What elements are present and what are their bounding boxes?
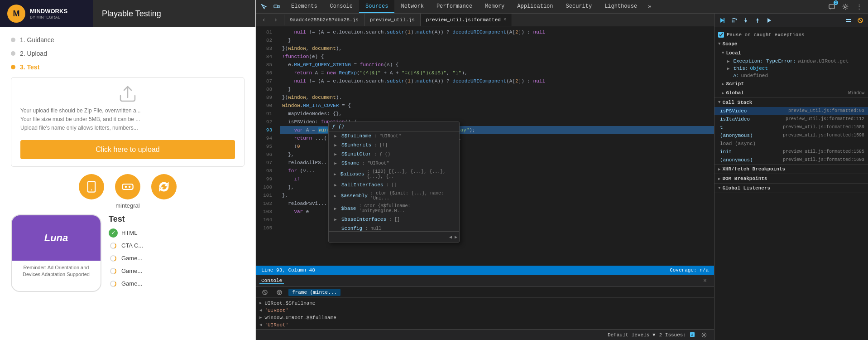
pause-caught-checkbox[interactable] xyxy=(718,32,724,38)
autocomplete-popup[interactable]: ƒ () ▶ $$fullname : "UIRoot" ▶ $$inherit… xyxy=(328,121,460,243)
source-forward-icon[interactable]: › xyxy=(270,15,281,25)
console-close-icon[interactable]: × xyxy=(700,276,710,287)
console-frame-selector[interactable]: frame (minte... xyxy=(288,289,340,296)
step-out-btn[interactable] xyxy=(753,15,762,25)
ac-item-name[interactable]: ▶ $$name : "UIRoot" xyxy=(329,159,459,168)
chat-badge-icon[interactable]: 2 xyxy=(826,1,837,12)
vr-icon[interactable] xyxy=(115,174,140,199)
ac-item-allinterfaces[interactable]: ▶ $allInterfaces : [] xyxy=(329,180,459,189)
ac-item-baseinterfaces[interactable]: ▶ $baseInterfaces : [] xyxy=(329,215,459,224)
edit-breakpoints-btn[interactable] xyxy=(844,15,854,25)
step-3[interactable]: 3. Test xyxy=(11,63,245,71)
file-tab-0[interactable]: 9aadc4e255b2e57dba28.js xyxy=(284,14,364,26)
phone-icon[interactable] xyxy=(79,174,104,199)
upload-button[interactable]: Click here to upload xyxy=(20,140,235,159)
check-loading-icon-1 xyxy=(109,241,118,250)
more-tabs-button[interactable]: » xyxy=(643,0,656,13)
step-2-dot xyxy=(11,51,15,56)
svg-point-12 xyxy=(844,6,846,8)
step-btn[interactable] xyxy=(764,15,774,25)
tab-memory[interactable]: Memory xyxy=(479,0,511,13)
deactivate-breakpoints-btn[interactable] xyxy=(855,15,865,25)
tab-application[interactable]: Application xyxy=(511,0,559,13)
upload-icon-area xyxy=(20,85,235,103)
console-filter-icon[interactable] xyxy=(274,287,285,298)
refresh-svg-icon xyxy=(158,180,170,193)
console-clear-icon[interactable] xyxy=(259,287,270,298)
tab-lighthouse[interactable]: Lighthouse xyxy=(598,0,643,13)
refresh-icon[interactable] xyxy=(151,174,177,199)
tab-performance[interactable]: Performance xyxy=(430,0,479,13)
call-stack-file-5: preview_util.js:formatted:1603 xyxy=(783,157,864,163)
brand-label: mintegral xyxy=(11,202,245,209)
global-listeners-header[interactable]: ▼ Global Listeners xyxy=(715,184,868,193)
ac-item-assembly[interactable]: ▶ $assembly : ctor {$init: {...}, name: … xyxy=(329,189,459,202)
ac-item-base[interactable]: ▶ $base : ctor {$$fullname: 'UnityEngine… xyxy=(329,202,459,215)
step-into-btn[interactable] xyxy=(741,15,751,25)
ac-item-initctor[interactable]: ▶ $$initCtor : ƒ () xyxy=(329,150,459,159)
console-text-3: 'UIRoot' xyxy=(264,322,288,328)
code-line-84: !function(e) { xyxy=(280,53,714,61)
step-over-btn[interactable] xyxy=(729,15,739,25)
line-num-105: 105 xyxy=(256,224,272,232)
dom-header[interactable]: ▶ DOM Breakpoints xyxy=(715,174,868,183)
call-stack-item-3[interactable]: (anonymous) preview_util.js:formatted:15… xyxy=(715,131,868,140)
step-2[interactable]: 2. Upload xyxy=(11,50,245,57)
call-stack-fn-5: (anonymous) xyxy=(720,157,753,163)
tab-security[interactable]: Security xyxy=(560,0,599,13)
device-toolbar-icon[interactable] xyxy=(271,1,282,12)
script-scope-header[interactable]: ▶ Script xyxy=(715,79,868,88)
call-stack-item-5[interactable]: (anonymous) preview_util.js:formatted:16… xyxy=(715,156,868,164)
tab-network[interactable]: Network xyxy=(394,0,430,13)
call-stack-item-async[interactable]: load (async) xyxy=(715,140,868,148)
ac-item-inherits[interactable]: ▶ $$inherits : [f] xyxy=(329,141,459,150)
scope-exception[interactable]: ▶ Exception: TypeError: window.UIRoot.ge… xyxy=(715,58,868,65)
console-tab-main[interactable]: Console xyxy=(259,278,284,284)
inspect-icon[interactable] xyxy=(259,1,269,12)
call-stack-header[interactable]: ▼ Call Stack xyxy=(715,98,868,107)
scope-this[interactable]: ▶ this: Object xyxy=(715,65,868,72)
file-tab-close[interactable]: × xyxy=(504,17,506,22)
file-tab-1[interactable]: preview_util.js xyxy=(364,14,421,26)
local-scope-header[interactable]: ▼ Local xyxy=(715,49,868,58)
step-3-label: 3. Test xyxy=(20,63,39,71)
console-arrow-3: ◀ xyxy=(259,322,262,327)
checklist-item-4: Game... xyxy=(109,279,245,288)
resume-btn[interactable] xyxy=(717,15,727,25)
devtools-topbar: Elements Console Sources Network Perform… xyxy=(256,0,868,14)
file-tab-2[interactable]: preview_util.js:formatted × xyxy=(421,14,512,26)
call-stack-file-0: preview_util.js:formatted:93 xyxy=(788,108,864,114)
call-stack-item-4[interactable]: init preview_util.js:formatted:1585 xyxy=(715,148,868,156)
xhr-header[interactable]: ▶ XHR/fetch Breakpoints xyxy=(715,165,868,174)
call-stack-item-1[interactable]: isItaVideo preview_util.js:formatted:112 xyxy=(715,115,868,123)
check-loading-icon-3 xyxy=(109,267,118,276)
bottom-settings-icon[interactable] xyxy=(699,330,710,340)
tab-sources[interactable]: Sources xyxy=(359,0,394,13)
tab-console[interactable]: Console xyxy=(324,0,359,13)
more-options-icon[interactable]: ⋮ xyxy=(854,1,864,12)
console-arrow-1: ◀ xyxy=(259,308,262,313)
settings-icon[interactable] xyxy=(840,1,851,12)
svg-rect-23 xyxy=(724,18,724,23)
ac-item-config[interactable]: $config : null xyxy=(329,224,459,231)
source-back-icon[interactable]: ‹ xyxy=(259,15,269,25)
call-stack-item-0[interactable]: isPSVideo preview_util.js:formatted:93 xyxy=(715,107,868,115)
ac-item-fullname[interactable]: ▶ $$fullname : "UIRoot" xyxy=(329,131,459,141)
default-levels-btn[interactable]: Default levels ▼ xyxy=(608,332,656,338)
global-scope-header[interactable]: ▶ Global Window xyxy=(715,88,868,97)
call-stack-item-2[interactable]: t preview_util.js:formatted:1589 xyxy=(715,123,868,131)
ac-item-aliases[interactable]: ▶ $aliases : (120) [{...}, {...}, {...},… xyxy=(329,168,459,180)
scope-section-header[interactable]: ▼ Scope xyxy=(715,39,868,49)
scope-expand-icon: ▼ xyxy=(718,42,720,46)
phone-preview: Luna Reminder: Ad Orientation andDevices… xyxy=(11,214,101,292)
issues-label: 2 Issues: xyxy=(659,332,686,338)
svg-rect-10 xyxy=(278,5,279,8)
scope-a[interactable]: A: undefined xyxy=(715,72,868,79)
step-1[interactable]: 1. Guidance xyxy=(11,36,245,44)
tab-elements[interactable]: Elements xyxy=(285,0,324,13)
devtools-bottombar: Default levels ▼ 2 Issues: 2 xyxy=(256,329,714,340)
logo-sub: BY MINTEGRAL xyxy=(30,15,67,19)
code-wrapper: 81 82 83 84 85 86 87 88 89 90 91 92 xyxy=(256,26,714,266)
spinner-svg-2 xyxy=(110,255,117,262)
upload-section: Your upload file should be Zip File, ove… xyxy=(11,77,245,167)
